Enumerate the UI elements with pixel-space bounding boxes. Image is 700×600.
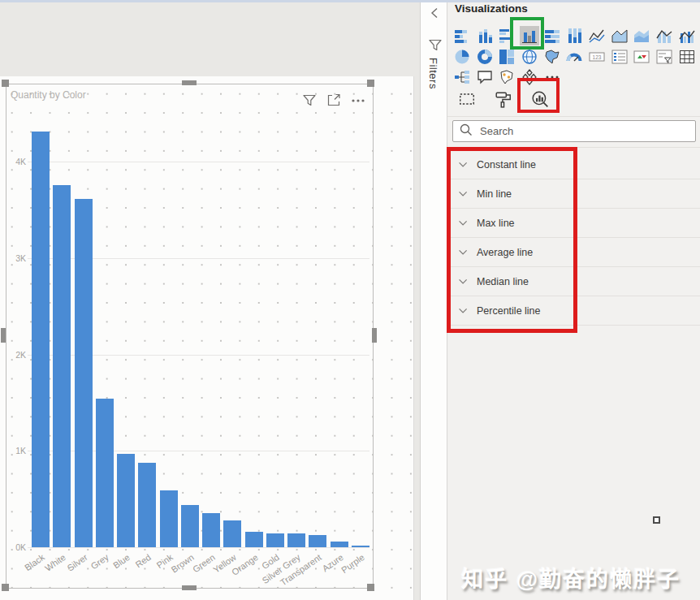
visualizations-pane-title: Visualizations <box>455 2 528 15</box>
bar-silver[interactable] <box>75 199 93 547</box>
bar-transparent[interactable] <box>309 535 326 547</box>
visualizations-pane: Visualizations 123 Constant lineMin line… <box>447 2 700 600</box>
analytics-section-label: Min line <box>477 188 512 200</box>
card-icon[interactable]: 123 <box>587 47 607 67</box>
tabs-divider <box>447 116 700 117</box>
filled-map-icon[interactable] <box>542 47 562 67</box>
bar-brown[interactable] <box>181 505 199 547</box>
line-and-stacked-column-chart-icon[interactable] <box>655 26 674 45</box>
100-stacked-column-chart-icon[interactable] <box>564 26 584 45</box>
100-stacked-bar-chart-icon[interactable] <box>542 26 562 45</box>
filters-funnel-icon[interactable] <box>427 37 442 51</box>
analytics-section-max-line[interactable]: Max line <box>447 209 700 238</box>
bar-green[interactable] <box>202 513 220 547</box>
bar-gold[interactable] <box>266 533 284 547</box>
analytics-icon <box>531 90 549 111</box>
decomposition-tree-icon[interactable] <box>452 67 472 87</box>
bar-azure[interactable] <box>331 542 348 547</box>
analytics-section-label: Median line <box>477 276 529 287</box>
tab-fields[interactable] <box>456 87 478 113</box>
bar-silver-grey[interactable] <box>287 533 305 547</box>
resize-handle-top-left[interactable] <box>2 80 9 87</box>
visual-type-gallery: 123 <box>451 26 699 88</box>
analytics-section-label: Percentile line <box>477 305 541 317</box>
chevron-down-icon <box>456 216 471 231</box>
bar-red[interactable] <box>138 463 156 548</box>
y-axis-tick-2K: 2K <box>6 350 26 360</box>
chevron-down-icon <box>456 274 471 289</box>
analytics-section-average-line[interactable]: Average line <box>447 238 700 267</box>
resize-handle-top-center[interactable] <box>182 80 197 85</box>
multi-row-card-icon[interactable] <box>610 47 629 67</box>
y-axis-tick-1K: 1K <box>6 446 26 455</box>
analytics-section-min-line[interactable]: Min line <box>447 179 700 209</box>
resize-handle-bottom-left[interactable] <box>2 584 9 591</box>
treemap-icon[interactable] <box>497 47 516 67</box>
search-box <box>452 120 696 142</box>
power-apps-icon[interactable] <box>520 67 539 87</box>
clustered-column-chart-icon[interactable] <box>520 26 539 45</box>
bar-black[interactable] <box>32 132 50 547</box>
filters-pane-collapsed: Filters <box>420 2 447 600</box>
stacked-bar-chart-icon[interactable] <box>452 26 472 45</box>
gauge-icon[interactable] <box>564 47 584 67</box>
bar-pink[interactable] <box>160 490 178 547</box>
chevron-down-icon <box>456 158 471 172</box>
watermark: 知乎 @勤奋的懒胖子 <box>461 562 681 594</box>
map-icon[interactable] <box>520 47 539 67</box>
tab-analytics[interactable] <box>529 87 551 113</box>
chevron-down-icon <box>456 304 471 318</box>
bars-container <box>30 84 371 547</box>
search-input[interactable] <box>480 125 690 137</box>
analytics-section-median-line[interactable]: Median line <box>447 267 700 296</box>
tab-format[interactable] <box>492 87 515 113</box>
chevron-down-icon <box>456 245 471 260</box>
analytics-section-list: Constant lineMin lineMax lineAverage lin… <box>447 150 700 326</box>
fields-icon <box>458 90 476 111</box>
shape-map-icon[interactable] <box>497 67 516 87</box>
table-icon[interactable] <box>677 47 697 67</box>
bar-blue[interactable] <box>117 454 135 547</box>
resize-handle-bottom-center[interactable] <box>182 585 197 590</box>
clustered-bar-chart-icon[interactable] <box>497 26 516 45</box>
analytics-section-label: Constant line <box>477 159 536 171</box>
bar-white[interactable] <box>53 185 71 548</box>
q-and-a-icon[interactable] <box>475 67 495 87</box>
resize-handle-top-right[interactable] <box>367 80 374 87</box>
resize-handle-right[interactable] <box>372 328 377 343</box>
filters-pane-label[interactable]: Filters <box>427 58 439 89</box>
bar-orange[interactable] <box>245 532 263 547</box>
donut-chart-icon[interactable] <box>475 47 495 67</box>
y-axis-tick-4K: 4K <box>6 157 26 166</box>
line-chart-icon[interactable] <box>587 26 607 45</box>
kpi-icon[interactable] <box>632 47 651 67</box>
slicer-icon[interactable] <box>655 47 674 67</box>
resize-handle-left[interactable] <box>1 328 6 343</box>
bar-yellow[interactable] <box>223 520 241 547</box>
y-axis-tick-0K: 0K <box>6 542 26 552</box>
bar-grey[interactable] <box>96 399 114 547</box>
expand-filters-chevron-icon[interactable] <box>428 6 441 19</box>
analytics-section-constant-line[interactable]: Constant line <box>447 150 700 179</box>
cursor-square-mark <box>653 516 660 524</box>
svg-text:123: 123 <box>593 54 602 59</box>
bar-purple[interactable] <box>352 546 369 547</box>
more-options-icon[interactable] <box>542 67 562 87</box>
resize-handle-bottom-right[interactable] <box>367 584 374 591</box>
y-axis-tick-3K: 3K <box>6 253 26 263</box>
list-top-divider <box>447 147 700 148</box>
bar-chart-visual[interactable]: Quantity by Color 0K1K2K3K4KBlackWhiteSi… <box>6 84 374 589</box>
analytics-section-label: Average line <box>477 247 533 258</box>
stacked-column-chart-icon[interactable] <box>475 26 495 45</box>
chevron-down-icon <box>456 187 471 201</box>
line-and-clustered-column-chart-icon[interactable] <box>677 26 697 45</box>
gridline-0K <box>28 547 369 548</box>
search-icon <box>458 122 474 141</box>
report-canvas: Quantity by Color 0K1K2K3K4KBlackWhiteSi… <box>0 2 420 600</box>
pie-chart-icon[interactable] <box>452 47 472 67</box>
area-chart-icon[interactable] <box>610 26 629 45</box>
pane-tabs <box>456 87 551 113</box>
stacked-area-chart-icon[interactable] <box>632 26 651 45</box>
powerbi-window: Quantity by Color 0K1K2K3K4KBlackWhiteSi… <box>0 0 700 600</box>
analytics-section-percentile-line[interactable]: Percentile line <box>447 296 700 326</box>
